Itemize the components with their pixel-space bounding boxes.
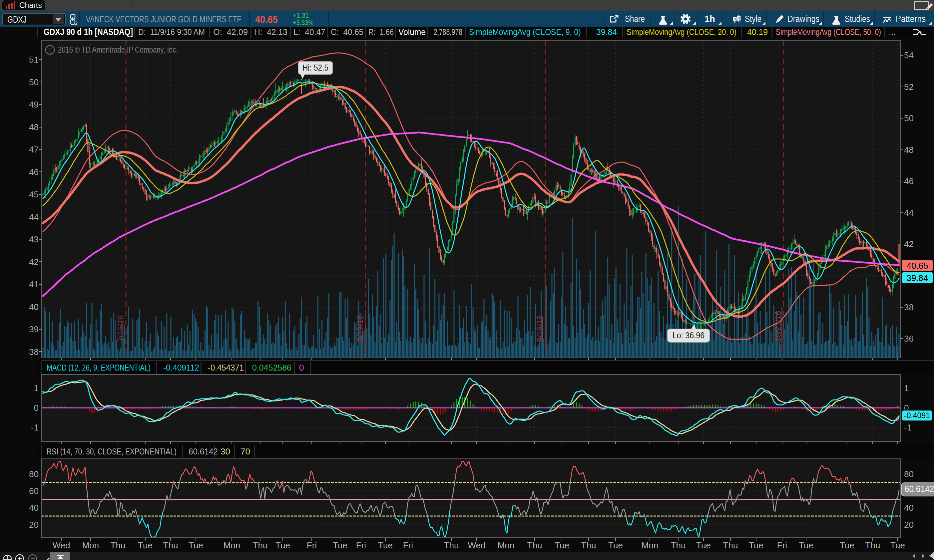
svg-text:Tue: Tue: [696, 540, 711, 550]
svg-text:Mon: Mon: [641, 540, 658, 550]
svg-text:SimpleMovingAvg (CLOSE, 9, 0): SimpleMovingAvg (CLOSE, 9, 0): [469, 27, 581, 37]
svg-text:50: 50: [904, 113, 914, 123]
svg-text:-1: -1: [904, 423, 912, 432]
svg-text:Thu: Thu: [253, 540, 268, 550]
svg-text:40: 40: [29, 302, 39, 312]
svg-text:Mon: Mon: [223, 540, 240, 550]
svg-text:-0.4091: -0.4091: [904, 411, 930, 420]
svg-text:Tue: Tue: [378, 540, 393, 550]
svg-text:Fri: Fri: [777, 540, 787, 550]
svg-text:46: 46: [29, 167, 39, 177]
svg-text:VANECK VECTORS JUNIOR GOLD MIN: VANECK VECTORS JUNIOR GOLD MINERS ETF: [86, 14, 241, 24]
svg-text:40.65: 40.65: [906, 261, 928, 271]
svg-text:Thu: Thu: [723, 540, 738, 550]
svg-text:48: 48: [29, 122, 39, 132]
svg-text:60.6142: 60.6142: [905, 484, 934, 494]
svg-text:Tue: Tue: [840, 540, 854, 550]
svg-text:48: 48: [904, 145, 914, 155]
svg-text:44: 44: [29, 212, 39, 222]
svg-text:Style: Style: [745, 14, 761, 24]
svg-text:9/16/16: 9/16/16: [535, 315, 544, 342]
svg-text:60: 60: [29, 486, 39, 496]
svg-text:Drawings: Drawings: [788, 14, 819, 24]
svg-text:Tue: Tue: [188, 540, 203, 550]
svg-text:40: 40: [904, 503, 914, 513]
svg-text:SimpleMovingAvg (CLOSE, 20, 0): SimpleMovingAvg (CLOSE, 20, 0): [627, 27, 737, 37]
svg-text:50: 50: [29, 77, 39, 87]
svg-text:1: 1: [904, 383, 909, 393]
svg-text:8/19/16: 8/19/16: [355, 315, 364, 342]
svg-text:GDXJ 90 d 1h [NASDAQ]: GDXJ 90 d 1h [NASDAQ]: [44, 27, 133, 37]
svg-text:1h: 1h: [704, 14, 715, 24]
svg-text:41: 41: [29, 279, 39, 289]
svg-text:80: 80: [29, 469, 39, 479]
svg-text:-0.454371: -0.454371: [208, 363, 244, 372]
svg-text:RSI (14, 70, 30, CLOSE, EXPONE: RSI (14, 70, 30, CLOSE, EXPONENTIAL): [47, 446, 177, 457]
svg-text:Thu: Thu: [163, 540, 178, 550]
svg-text:45: 45: [29, 189, 39, 199]
svg-text:Mon: Mon: [498, 540, 515, 550]
svg-text:Fri: Fri: [403, 540, 413, 550]
svg-text:Share: Share: [625, 14, 645, 24]
svg-text:Tue: Tue: [890, 540, 905, 550]
svg-text:Hi: 52.5: Hi: 52.5: [302, 63, 328, 72]
svg-text:40.19: 40.19: [747, 27, 768, 37]
svg-text:Tue: Tue: [555, 540, 569, 550]
svg-text:Tue: Tue: [276, 540, 290, 550]
svg-text:38: 38: [904, 302, 914, 312]
svg-text:42: 42: [904, 239, 914, 249]
svg-text:Thu: Thu: [581, 540, 596, 550]
svg-text:70: 70: [240, 446, 250, 457]
svg-text:2016 © TD Ameritrade IP Compan: 2016 © TD Ameritrade IP Company, Inc.: [58, 45, 178, 55]
svg-text:!: !: [49, 46, 51, 55]
svg-text:Wed: Wed: [468, 540, 485, 550]
svg-text:0: 0: [299, 363, 304, 372]
svg-text:Thu: Thu: [865, 540, 880, 550]
svg-text:0: 0: [34, 403, 39, 413]
svg-text:40.65: 40.65: [255, 13, 278, 25]
svg-text:-1: -1: [31, 423, 39, 432]
svg-text:R: 1.66: R: 1.66: [368, 27, 394, 37]
svg-text:H: 42.13: H: 42.13: [254, 27, 287, 37]
svg-text:42: 42: [29, 257, 39, 267]
svg-text:MACD (12, 26, 9, EXPONENTIAL): MACD (12, 26, 9, EXPONENTIAL): [47, 363, 151, 372]
svg-text:20: 20: [904, 520, 914, 530]
svg-text:Thu: Thu: [671, 540, 686, 550]
svg-text:60.6142: 60.6142: [188, 446, 218, 457]
svg-text:Tue: Tue: [799, 540, 814, 550]
svg-text:+3.33%: +3.33%: [293, 18, 313, 26]
svg-text:Thu: Thu: [527, 540, 542, 550]
svg-text:O: 42.09: O: 42.09: [213, 27, 248, 37]
svg-text:...: ...: [889, 27, 896, 37]
svg-text:L: 40.47: L: 40.47: [293, 27, 325, 37]
svg-text:51: 51: [29, 55, 39, 65]
svg-text:+1.31: +1.31: [293, 11, 309, 19]
svg-text:38: 38: [29, 347, 39, 357]
svg-text:43: 43: [29, 234, 39, 245]
svg-text:Tue: Tue: [333, 540, 347, 550]
svg-text:49: 49: [29, 100, 39, 109]
svg-text:44: 44: [904, 208, 914, 218]
svg-text:54: 54: [904, 50, 914, 60]
svg-text:2,788,978: 2,788,978: [434, 27, 462, 37]
svg-text:Thu: Thu: [111, 540, 126, 550]
svg-text:46: 46: [904, 176, 914, 186]
svg-text:Tue: Tue: [608, 540, 623, 550]
svg-text:Studies: Studies: [845, 14, 870, 24]
svg-text:Thu: Thu: [444, 540, 459, 550]
svg-text:39.84: 39.84: [596, 27, 617, 37]
svg-text:47: 47: [29, 145, 39, 154]
svg-text:Wed: Wed: [52, 540, 70, 550]
svg-text:Volume: Volume: [398, 27, 426, 37]
svg-text:Fri: Fri: [356, 540, 366, 550]
svg-text:Lo: 36.96: Lo: 36.96: [672, 331, 704, 340]
svg-text:Patterns: Patterns: [896, 14, 926, 24]
svg-text:36: 36: [904, 334, 914, 344]
svg-text:1: 1: [34, 383, 39, 393]
svg-text:GDXJ: GDXJ: [7, 14, 27, 25]
svg-text:39: 39: [29, 324, 39, 334]
svg-text:30: 30: [220, 446, 230, 457]
svg-text:SimpleMovingAvg (CLOSE, 50, 0): SimpleMovingAvg (CLOSE, 50, 0): [776, 27, 881, 37]
svg-text:80: 80: [904, 469, 914, 479]
svg-text:Charts: Charts: [19, 1, 42, 10]
